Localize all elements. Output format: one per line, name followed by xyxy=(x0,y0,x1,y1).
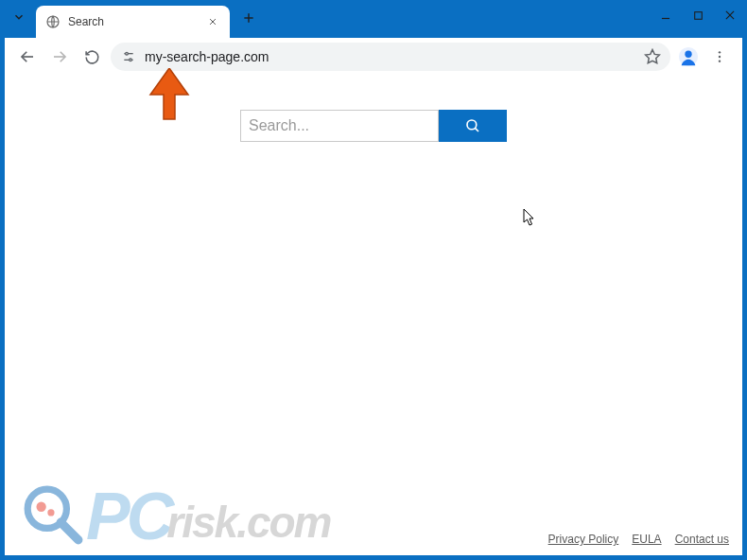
globe-icon xyxy=(45,14,61,29)
tab-title: Search xyxy=(68,15,198,28)
url-text: my-search-page.com xyxy=(145,49,269,64)
footer-link-privacy[interactable]: Privacy Policy xyxy=(548,533,619,546)
search-button[interactable] xyxy=(439,110,507,142)
browser-tab[interactable]: Search xyxy=(36,6,230,38)
maximize-button[interactable] xyxy=(690,8,705,23)
address-bar[interactable]: my-search-page.com xyxy=(111,43,670,71)
search-input[interactable] xyxy=(240,110,439,142)
footer-link-eula[interactable]: EULA xyxy=(632,533,661,546)
tab-close-button[interactable] xyxy=(205,14,220,29)
svg-point-12 xyxy=(126,52,129,55)
page-content: Privacy Policy EULA Contact us PC risk.c… xyxy=(5,76,742,555)
svg-point-20 xyxy=(719,60,721,61)
minimize-button[interactable] xyxy=(658,8,673,23)
watermark-pc-text: PC xyxy=(86,483,170,550)
magnifier-icon xyxy=(22,483,84,550)
new-tab-button[interactable] xyxy=(235,5,262,31)
search-form xyxy=(240,110,507,142)
titlebar: Search xyxy=(0,0,747,38)
mouse-cursor-icon xyxy=(523,208,536,231)
svg-point-17 xyxy=(685,51,691,58)
profile-avatar[interactable] xyxy=(676,44,701,69)
browser-window: Search xyxy=(0,0,747,560)
back-button[interactable] xyxy=(14,44,41,70)
browser-toolbar: my-search-page.com xyxy=(5,38,742,76)
search-icon xyxy=(464,117,481,134)
watermark-risk-text: risk.com xyxy=(166,500,330,544)
svg-point-25 xyxy=(36,502,45,512)
watermark-logo: PC risk.com xyxy=(22,483,330,550)
svg-point-14 xyxy=(130,59,132,61)
annotation-arrow-icon xyxy=(147,68,192,127)
footer-links: Privacy Policy EULA Contact us xyxy=(548,533,729,546)
reload-button[interactable] xyxy=(78,44,105,70)
svg-point-21 xyxy=(467,120,477,130)
tabs-dropdown-button[interactable] xyxy=(8,6,30,28)
forward-button[interactable] xyxy=(46,44,73,70)
window-controls xyxy=(658,8,738,23)
footer-link-contact[interactable]: Contact us xyxy=(675,533,729,546)
svg-line-24 xyxy=(61,522,78,540)
svg-point-18 xyxy=(719,51,721,53)
bookmark-star-icon[interactable] xyxy=(644,48,661,65)
svg-point-19 xyxy=(719,56,721,58)
svg-marker-15 xyxy=(646,50,660,63)
browser-menu-button[interactable] xyxy=(706,44,733,70)
svg-line-22 xyxy=(475,128,478,131)
site-settings-icon[interactable] xyxy=(120,48,137,65)
close-window-button[interactable] xyxy=(722,8,738,23)
svg-rect-6 xyxy=(694,11,702,19)
svg-point-26 xyxy=(47,509,54,516)
